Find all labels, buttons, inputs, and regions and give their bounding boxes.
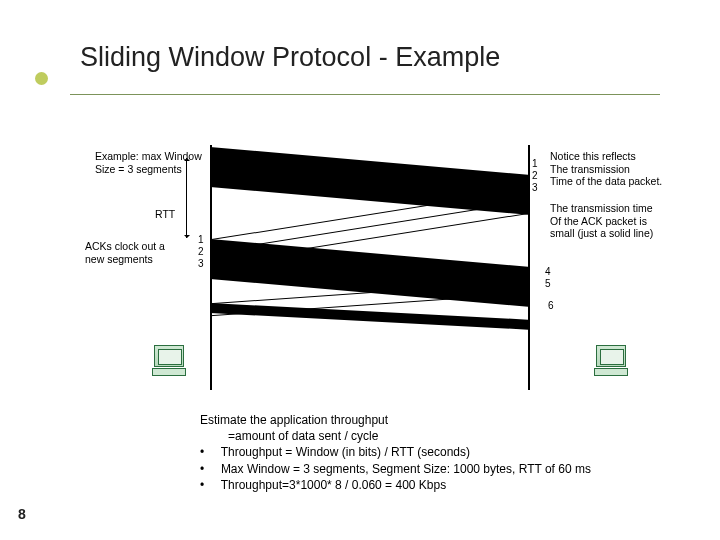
receiver-computer-icon <box>592 345 630 376</box>
bullet-text: Max Window = 3 segments, Segment Size: 1… <box>221 462 591 476</box>
seq-left-2: 2 <box>198 246 204 258</box>
notice-top: Notice this reflects The transmission Ti… <box>550 150 700 188</box>
seq-right-6: 6 <box>548 300 554 312</box>
decorative-bullet <box>35 72 48 85</box>
rtt-label: RTT <box>155 208 175 221</box>
slide-title: Sliding Window Protocol - Example <box>80 42 500 73</box>
estimate-bullet: • Throughput = Window (in bits) / RTT (s… <box>200 444 660 460</box>
title-underline <box>70 94 660 95</box>
estimate-line: Estimate the application throughput <box>200 412 660 428</box>
example-label: Example: max Window Size = 3 segments <box>95 150 205 175</box>
bullet-text: Throughput = Window (in bits) / RTT (sec… <box>221 445 470 459</box>
seq-left-3: 3 <box>198 258 204 270</box>
seq-right-1: 1 <box>532 158 538 170</box>
data-segment <box>210 303 528 330</box>
estimate-text: Estimate the application throughput =amo… <box>200 412 660 493</box>
timing-diagram <box>210 145 530 390</box>
bullet-text: Throughput=3*1000* 8 / 0.060 = 400 Kbps <box>221 478 447 492</box>
estimate-bullet: • Max Window = 3 segments, Segment Size:… <box>200 461 660 477</box>
notice-bottom: The transmission time Of the ACK packet … <box>550 202 700 240</box>
seq-right-4: 4 <box>545 266 551 278</box>
slide-number: 8 <box>18 506 26 522</box>
estimate-bullet: • Throughput=3*1000* 8 / 0.060 = 400 Kbp… <box>200 477 660 493</box>
ack-clock-label: ACKs clock out a new segments <box>85 240 185 265</box>
receiver-timeline <box>528 145 530 390</box>
estimate-line: =amount of data sent / cycle <box>200 428 660 444</box>
seq-left-1: 1 <box>198 234 204 246</box>
rtt-arrow <box>186 158 187 238</box>
seq-right-2: 2 <box>532 170 538 182</box>
seq-right-5: 5 <box>545 278 551 290</box>
seq-right-3: 3 <box>532 182 538 194</box>
sender-computer-icon <box>150 345 188 376</box>
